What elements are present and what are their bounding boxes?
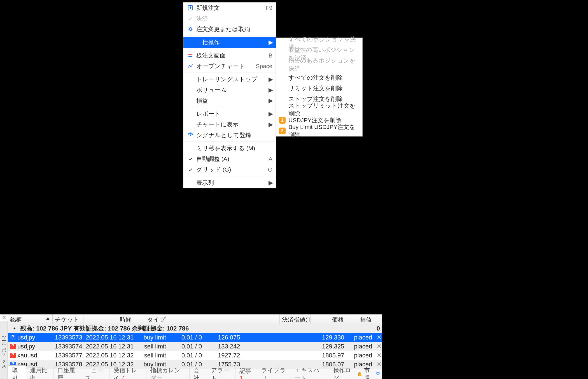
close-order-icon[interactable]: ✕: [374, 352, 382, 359]
svg-point-5: [190, 135, 191, 136]
status-badge: placed: [346, 352, 374, 359]
tab-mailbox[interactable]: 受信トレイ 7: [109, 366, 146, 379]
context-menu: 新規注文 F9 決済 注文変更または取消 一括操作 ▶ 板注文画面 B オープン…: [183, 2, 276, 188]
pending-buy-icon: [10, 335, 16, 340]
menu-register-signal[interactable]: シグナルとして登録: [183, 130, 276, 140]
close-order-icon[interactable]: ✕: [374, 334, 382, 341]
chevron-right-icon: ▶: [269, 179, 272, 186]
tab-history[interactable]: 口座履歴: [53, 366, 81, 379]
pending-sell-icon: [10, 344, 16, 349]
signal-icon: [375, 371, 381, 377]
status-badge: placed: [346, 343, 374, 350]
menu-auto-arrange[interactable]: 自動調整 (A)A: [183, 154, 276, 164]
toolbox-vertical-label: ツールボックス: [0, 321, 8, 379]
menu-report[interactable]: レポート▶: [183, 108, 276, 119]
chevron-right-icon: ▶: [269, 87, 272, 93]
menu-profit[interactable]: 損益▶: [183, 95, 276, 106]
col-sl[interactable]: [242, 315, 279, 324]
table-row[interactable]: usdjpy 13393573... 2022.05.16 12:31:50 b…: [8, 333, 382, 342]
menu-volume[interactable]: ボリューム▶: [183, 85, 276, 95]
balance-pl: 0: [346, 325, 382, 332]
tab-exposure[interactable]: 運用比率: [26, 366, 53, 379]
col-type[interactable]: タイプ: [134, 315, 168, 324]
balance-row: • 残高: 102 786 JPY 有効証拠金: 102 786 余剰証拠金: …: [8, 324, 382, 333]
signal-icon: [188, 132, 193, 138]
submenu-close-loss: 損失のあるポジションを決済: [276, 59, 362, 70]
menu-columns[interactable]: 表示列▶: [183, 177, 276, 188]
chevron-right-icon: ▶: [269, 76, 272, 83]
col-symbol[interactable]: 銘柄: [10, 316, 22, 323]
tab-market[interactable]: 市場: [364, 366, 374, 379]
pending-sell-icon: [10, 353, 16, 358]
col-tp[interactable]: 決済指値(T...: [280, 315, 311, 324]
menu-depth-of-market[interactable]: 板注文画面 B: [183, 50, 276, 61]
col-ticket[interactable]: チケット: [53, 315, 84, 324]
submenu-delete-buylimit-usdjpy[interactable]: 2Buy Limit USDJPY注文を削除: [276, 126, 362, 136]
svg-rect-4: [188, 56, 192, 57]
check-icon: [188, 156, 193, 161]
tab-alert[interactable]: アラート: [207, 366, 235, 379]
tab-trade[interactable]: 取引: [8, 365, 26, 379]
sort-asc-icon: [46, 317, 50, 320]
chart-icon: [188, 63, 193, 69]
depth-icon: [188, 53, 193, 58]
check-icon: [188, 167, 193, 172]
col-pl[interactable]: 損益: [346, 315, 374, 324]
col-price[interactable]: 価格: [311, 315, 346, 324]
chevron-right-icon: ▶: [269, 121, 272, 128]
menu-bulk-operations[interactable]: 一括操作 ▶: [183, 37, 276, 48]
menu-modify-order[interactable]: 注文変更または取消: [183, 24, 276, 34]
menu-new-order[interactable]: 新規注文 F9: [183, 3, 276, 13]
svg-point-2: [189, 28, 192, 30]
check-icon: [188, 16, 193, 21]
tab-company[interactable]: 会社: [190, 366, 207, 379]
col-open-price[interactable]: [204, 315, 242, 324]
market-icon: [357, 371, 362, 377]
table-row[interactable]: xauusd 13393577... 2022.05.16 12:32:03 s…: [8, 351, 382, 360]
col-volume[interactable]: [168, 315, 204, 324]
submenu-delete-all[interactable]: すべての注文を削除: [276, 72, 362, 83]
tab-journal[interactable]: 操作ログ: [329, 366, 357, 379]
bulk-submenu: すべてのポジションを決済 収益性の高いポジションを決済 損失のあるポジションを決…: [276, 38, 363, 137]
col-time[interactable]: 時間: [83, 315, 134, 324]
hotkey-1-badge: 1: [279, 117, 286, 124]
toolbox-panel: ✕ ツールボックス 銘柄 チケット 時間 タイプ 決済指値(T... 価格 損益…: [0, 314, 382, 379]
submenu-delete-stoplimit[interactable]: ストップリミット注文を削除: [276, 104, 362, 115]
chevron-right-icon: ▶: [269, 97, 272, 104]
submenu-delete-limit[interactable]: リミット注文を削除: [276, 83, 362, 94]
hotkey-2-badge: 2: [279, 128, 286, 134]
chevron-right-icon: ▶: [269, 39, 272, 46]
close-order-icon[interactable]: ✕: [374, 343, 382, 350]
articles-badge: 1: [240, 375, 242, 379]
mailbox-badge: 7: [122, 375, 124, 379]
new-order-icon: [188, 5, 193, 11]
menu-show-ms[interactable]: ミリ秒を表示する (M): [183, 143, 276, 154]
tab-articles[interactable]: 記事 1: [235, 366, 257, 379]
menu-close-order: 決済: [183, 13, 276, 24]
gear-icon: [188, 26, 193, 32]
grid-header[interactable]: 銘柄 チケット 時間 タイプ 決済指値(T... 価格 損益: [8, 315, 382, 324]
table-row[interactable]: usdjpy 13393574... 2022.05.16 12:31:54 s…: [8, 342, 382, 351]
menu-trailing-stop[interactable]: トレーリングストップ▶: [183, 74, 276, 85]
toolbox-tabs: 取引 運用比率 口座履歴 ニュース 受信トレイ 7 指標カレンダー 会社 アラー…: [8, 369, 382, 379]
svg-point-0: [377, 373, 379, 375]
status-badge: placed: [346, 334, 374, 341]
svg-rect-3: [188, 54, 192, 55]
balance-text: 残高: 102 786 JPY 有効証拠金: 102 786 余剰証拠金: 10…: [18, 324, 346, 333]
tab-library[interactable]: ライブラリ: [257, 366, 291, 379]
panel-close-button[interactable]: ✕: [1, 315, 7, 321]
tab-news[interactable]: ニュース: [81, 366, 109, 379]
chevron-right-icon: ▶: [269, 110, 272, 117]
menu-grid[interactable]: グリッド (G)G: [183, 164, 276, 175]
menu-open-chart[interactable]: オープンチャート Space: [183, 61, 276, 71]
orders-grid: 銘柄 チケット 時間 タイプ 決済指値(T... 価格 損益 • 残高: 102…: [8, 315, 382, 369]
menu-show-on-chart[interactable]: チャートに表示▶: [183, 119, 276, 130]
tab-calendar[interactable]: 指標カレンダー: [146, 366, 190, 379]
tab-expert[interactable]: エキスパート: [291, 366, 329, 379]
